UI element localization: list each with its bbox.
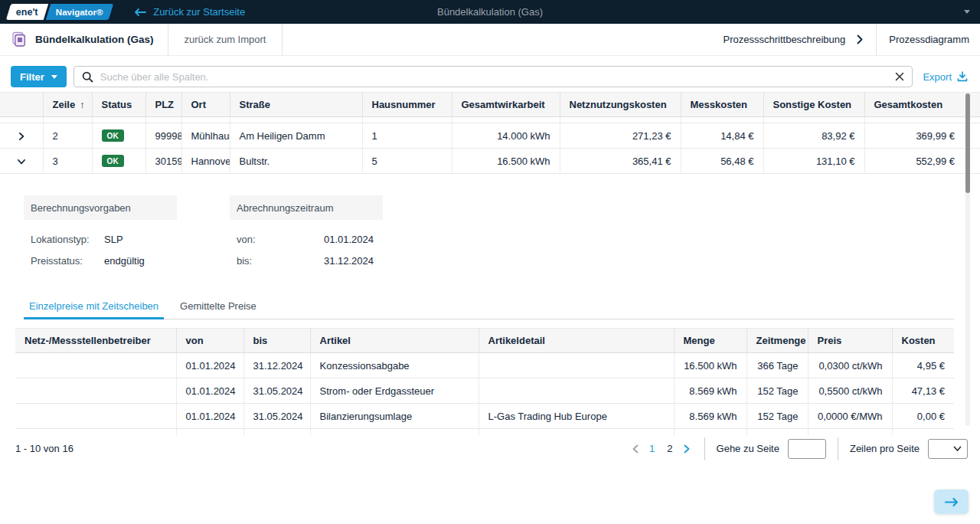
expand-row-icon[interactable] bbox=[17, 132, 26, 141]
cell-artikeldetail bbox=[479, 353, 674, 378]
lokationstyp-label: Lokationstyp: bbox=[31, 234, 104, 245]
page-button-2[interactable]: 2 bbox=[667, 443, 672, 454]
cell-artikeldetail: L-Gas Trading Hub Europe bbox=[479, 404, 674, 429]
tab-einzelpreise-mit-zeitscheiben[interactable]: Einzelpreise mit Zeitscheiben bbox=[24, 296, 164, 319]
back-to-import-button[interactable]: zurück zum Import bbox=[168, 24, 283, 55]
page-button-1[interactable]: 1 bbox=[649, 443, 655, 454]
next-page-icon[interactable] bbox=[681, 444, 693, 454]
cell-menge: 8.569 kWh bbox=[674, 378, 746, 404]
column-menge[interactable]: Menge bbox=[674, 329, 746, 353]
cell-von: 01.01.2024 bbox=[176, 353, 243, 378]
column-netzbetreiber[interactable]: Netz-/Messstellenbetreiber bbox=[15, 329, 176, 353]
search-box[interactable] bbox=[74, 66, 913, 87]
process-diagram-label: Prozessdiagramm bbox=[889, 34, 969, 45]
row-expander[interactable] bbox=[0, 149, 43, 174]
price-row: 01.01.202431.05.2024BilanzierungsumlageL… bbox=[15, 404, 954, 429]
price-table: Netz-/Messstellenbetreiber von bis Artik… bbox=[15, 328, 954, 435]
column-artikel[interactable]: Artikel bbox=[310, 329, 479, 353]
rows-per-page-label: Zeilen pro Seite bbox=[850, 443, 920, 454]
column-zeitmenge[interactable]: Zeitmenge bbox=[746, 329, 808, 353]
enet-navigator-logo[interactable]: ene't Navigator® bbox=[8, 4, 110, 20]
cell-netznutzungskosten: 365,41 € bbox=[560, 149, 681, 174]
column-plz[interactable]: PLZ bbox=[145, 93, 181, 117]
export-button[interactable]: Export bbox=[923, 71, 968, 83]
status-badge: OK bbox=[102, 155, 125, 167]
export-label: Export bbox=[923, 71, 952, 83]
process-step-label: Prozessschrittbeschreibung bbox=[724, 34, 846, 45]
preisstatus-label: Preisstatus: bbox=[31, 255, 104, 267]
next-step-button[interactable] bbox=[934, 490, 969, 514]
cell-netznutzungskosten: 271,23 € bbox=[560, 123, 681, 149]
cell-sonstige-kosten: 83,92 € bbox=[763, 123, 864, 149]
cell-bis: 31.12.2024 bbox=[243, 353, 310, 378]
goto-page-input[interactable] bbox=[788, 439, 826, 459]
abrechnungszeitraum-box: Abrechnungszeitraum von: 01.01.2024 bis:… bbox=[230, 195, 383, 267]
column-hausnummer[interactable]: Hausnummer bbox=[362, 93, 452, 117]
filter-button[interactable]: Filter bbox=[11, 66, 67, 87]
berechnungsvorgaben-box: Berechnungsvorgaben Lokationstyp: SLP Pr… bbox=[24, 195, 177, 267]
back-arrow-icon bbox=[133, 8, 146, 17]
cell-strasse: Bultstr. bbox=[230, 149, 362, 174]
row-detail-panel: Berechnungsvorgaben Lokationstyp: SLP Pr… bbox=[24, 195, 954, 319]
previous-page-icon[interactable] bbox=[629, 444, 642, 454]
column-ort[interactable]: Ort bbox=[181, 93, 230, 117]
cell-preis: 0,0000 €/MWh bbox=[808, 404, 892, 429]
cell-artikel: Strom- oder Erdgassteuer bbox=[310, 378, 479, 404]
chevron-down-icon[interactable] bbox=[964, 10, 970, 14]
collapse-row-icon[interactable] bbox=[17, 157, 26, 166]
clear-search-icon[interactable] bbox=[895, 72, 904, 81]
column-gesamtkosten[interactable]: Gesamtkosten bbox=[864, 93, 980, 117]
rows-per-page-select[interactable] bbox=[928, 439, 968, 459]
von-value: 01.01.2024 bbox=[324, 234, 376, 245]
column-kosten[interactable]: Kosten bbox=[892, 329, 954, 353]
search-icon bbox=[82, 71, 93, 83]
table-scrollbar-thumb[interactable] bbox=[965, 93, 970, 193]
bis-row: bis: 31.12.2024 bbox=[230, 254, 383, 267]
result-row[interactable]: 3OK30159HannoverBultstr.516.500 kWh365,4… bbox=[0, 149, 980, 174]
cell-gesamtwirkarbeit: 16.500 kWh bbox=[452, 149, 560, 174]
column-status[interactable]: Status bbox=[92, 93, 145, 117]
column-von[interactable]: von bbox=[176, 329, 243, 353]
topbar: ene't Navigator® Zurück zur Startseite B… bbox=[0, 0, 980, 24]
cell-gesamtkosten: 369,99 € bbox=[864, 123, 980, 149]
cell-von: 01.01.2024 bbox=[176, 378, 243, 404]
cell-artikel: Bilanzierungsumlage bbox=[310, 404, 479, 429]
cell-menge: 8.569 kWh bbox=[674, 404, 746, 429]
results-header-row: Zeile↑ Status PLZ Ort Straße Hausnummer … bbox=[0, 93, 980, 117]
price-row: 01.01.202431.05.2024Strom- oder Erdgasst… bbox=[15, 378, 954, 404]
cell-messkosten: 56,48 € bbox=[681, 149, 763, 174]
bundle-document-icon bbox=[11, 31, 27, 47]
tab-gemittelte-preise[interactable]: Gemittelte Preise bbox=[175, 296, 262, 319]
column-messkosten[interactable]: Messkosten bbox=[681, 93, 763, 117]
back-to-start-link[interactable]: Zurück zur Startseite bbox=[133, 6, 245, 18]
goto-page-label: Gehe zu Seite bbox=[717, 443, 779, 454]
chevron-down-icon bbox=[51, 75, 57, 79]
row-expander[interactable] bbox=[0, 123, 43, 149]
column-preis[interactable]: Preis bbox=[808, 329, 892, 353]
price-row: 01.01.202431.12.2024Konzessionsabgabe16.… bbox=[15, 353, 954, 378]
cell-hausnummer: 5 bbox=[362, 149, 452, 174]
berechnungsvorgaben-title: Berechnungsvorgaben bbox=[24, 195, 177, 220]
bis-label: bis: bbox=[237, 255, 310, 267]
column-artikeldetail[interactable]: Artikeldetail bbox=[479, 329, 674, 353]
column-strasse[interactable]: Straße bbox=[230, 93, 362, 117]
result-row[interactable]: 2OK99998MühlhausenAm Heiligen Damm114.00… bbox=[0, 123, 980, 149]
abrechnungszeitraum-title: Abrechnungszeitraum bbox=[230, 195, 383, 220]
back-link-label: Zurück zur Startseite bbox=[153, 6, 245, 18]
column-bis[interactable]: bis bbox=[243, 329, 310, 353]
search-input[interactable] bbox=[100, 71, 889, 83]
column-gesamtwirkarbeit[interactable]: Gesamtwirkarbeit bbox=[452, 93, 560, 117]
window-title: Bündelkalkulation (Gas) bbox=[437, 6, 543, 18]
toolbar: Filter Export bbox=[11, 66, 969, 87]
column-sonstige-kosten[interactable]: Sonstige Kosten bbox=[763, 93, 864, 117]
process-step-description-button[interactable]: Prozessschrittbeschreibung bbox=[710, 24, 877, 55]
process-diagram-button[interactable]: Prozessdiagramm bbox=[877, 24, 980, 55]
preisstatus-row: Preisstatus: endgültig bbox=[24, 254, 177, 267]
expander-column-header bbox=[0, 93, 43, 117]
cell-bis: 31.05.2024 bbox=[243, 404, 310, 429]
von-row: von: 01.01.2024 bbox=[230, 232, 383, 246]
cell-preis: 0,5500 ct/kWh bbox=[808, 378, 892, 404]
column-netznutzungskosten[interactable]: Netznutzungskosten bbox=[560, 93, 681, 117]
cell-netzbetreiber bbox=[15, 404, 176, 429]
column-zeile[interactable]: Zeile↑ bbox=[43, 93, 92, 117]
